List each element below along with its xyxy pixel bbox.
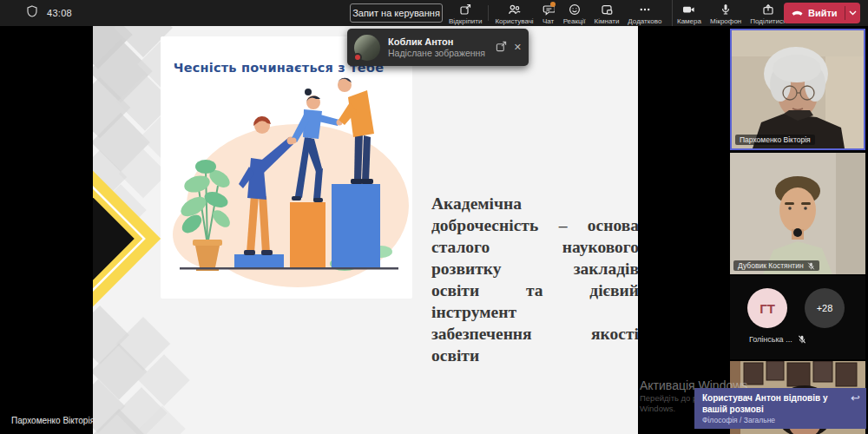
rooms-icon: [601, 3, 613, 16]
more-icon: [639, 3, 651, 16]
teams-meeting-window: 43:08 Запит на керування Відкріпити Кори…: [0, 0, 868, 434]
avatar: [354, 35, 380, 61]
reply-arrow-icon: ↩: [851, 391, 860, 404]
chat-message-popup[interactable]: Коблик Антон Надіслане зображення ✕: [347, 29, 529, 66]
leave-button[interactable]: Вийти: [784, 3, 860, 23]
close-icon[interactable]: ✕: [514, 43, 522, 52]
popup-message-text: Надіслане зображення: [388, 48, 492, 59]
mic-label: Мікрофон: [710, 17, 741, 25]
open-chat-icon[interactable]: [496, 40, 507, 56]
participants-sidebar: Пархоменко Вікторія Дубовик Костянтин: [727, 26, 868, 434]
toolbar-separator: [488, 5, 489, 21]
mic-muted-icon: [798, 335, 806, 344]
slide-body-line: сталого наукового: [431, 236, 638, 258]
participant-name-label: Голінська ...: [749, 335, 806, 344]
slide-body-line: освіти: [431, 345, 638, 366]
mic-button[interactable]: Мікрофон: [706, 0, 746, 26]
avatar-initials: ГТ: [747, 288, 787, 328]
mic-icon: [720, 3, 732, 16]
toast-title: Користувач Антон відповів у вашій розмов…: [702, 392, 843, 415]
video-tile-dubovyk[interactable]: Дубовик Костянтин: [730, 153, 865, 274]
shared-presentation-slide: Чесність починається з тебе Академічна д…: [93, 26, 638, 434]
participant-video: [730, 153, 865, 274]
video-tile-parkhomenko[interactable]: Пархоменко Вікторія: [730, 29, 865, 150]
slide-body-line: доброчесність – основа: [431, 214, 638, 236]
camera-button[interactable]: Камера: [673, 0, 706, 26]
participant-name-label: Дубовик Костянтин: [733, 260, 819, 271]
reactions-button[interactable]: Реакції: [559, 0, 590, 26]
meeting-toolbar: 43:08 Запит на керування Відкріпити Кори…: [0, 0, 868, 26]
slide-body-line: розвитку закладів: [431, 258, 638, 279]
presenter-name-label: Пархоменко Вікторія: [11, 416, 95, 425]
overflow-participant-count[interactable]: +28: [805, 288, 845, 328]
share-label: Поділитися: [750, 17, 786, 25]
chat-button[interactable]: Чат: [538, 0, 559, 26]
video-tile-holinska-group[interactable]: ГТ +28 Голінська ...: [730, 276, 865, 359]
slide-illustration-card: Чесність починається з тебе: [161, 36, 412, 299]
leave-label: Вийти: [808, 8, 838, 18]
unpin-icon: [459, 3, 471, 16]
shield-icon: [26, 5, 38, 21]
reactions-label: Реакції: [563, 17, 586, 25]
people-icon: [508, 3, 521, 16]
unpin-button[interactable]: Відкріпити: [444, 0, 486, 26]
slide-body-line: Академічна: [431, 193, 638, 214]
rooms-label: Кімнати: [595, 17, 620, 25]
unpin-label: Відкріпити: [449, 17, 482, 25]
more-label: Додатково: [628, 17, 661, 25]
slide-body-text: Академічна доброчесність – основа сталог…: [431, 193, 638, 366]
slide-body-line: освіти та дієвий: [431, 279, 638, 301]
participants-label: Користувачі: [495, 17, 533, 25]
participants-button[interactable]: Користувачі: [490, 0, 537, 26]
slide-body-line: забезпечення якості: [431, 323, 638, 345]
popup-sender-name: Коблик Антон: [388, 36, 492, 48]
teamwork-illustration: [161, 36, 412, 299]
more-button[interactable]: Додатково: [623, 0, 666, 26]
presence-busy-dot: [353, 53, 362, 62]
slide-body-line: інструмент: [431, 301, 638, 323]
chat-label: Чат: [542, 17, 554, 25]
camera-label: Камера: [677, 17, 701, 25]
toast-channel: Філософія / Загальне: [702, 416, 859, 424]
share-screen-icon: [762, 3, 774, 16]
participant-name-label: Пархоменко Вікторія: [735, 135, 815, 145]
chat-notification-badge: [550, 2, 556, 7]
reply-notification-toast[interactable]: Користувач Антон відповів у вашій розмов…: [694, 388, 866, 429]
hangup-phone-icon: [791, 7, 804, 20]
leave-options-chevron-icon[interactable]: [845, 3, 861, 23]
participant-video: [732, 30, 864, 148]
rooms-button[interactable]: Кімнати: [590, 0, 624, 26]
camera-icon: [682, 3, 695, 16]
meeting-timer: 43:08: [47, 8, 72, 18]
request-control-button[interactable]: Запит на керування: [350, 3, 443, 23]
reactions-icon: [569, 3, 581, 16]
mic-muted-icon: [807, 262, 815, 270]
